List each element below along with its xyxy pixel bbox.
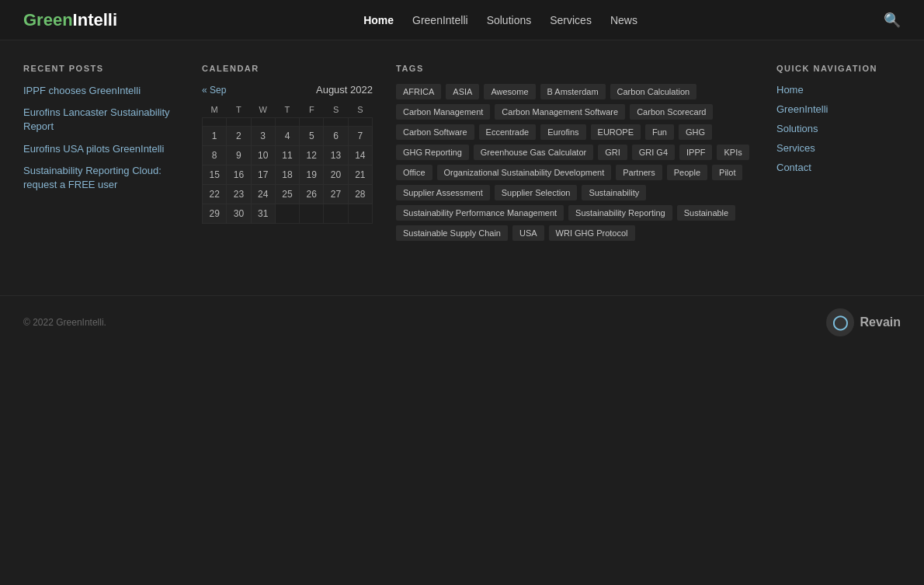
logo[interactable]: GreenIntelli bbox=[23, 10, 117, 30]
tag-item[interactable]: Sustainability bbox=[582, 185, 646, 200]
cal-day-header: M bbox=[203, 102, 227, 118]
calendar-grid: M T W T F S S 12345678910111213141516171… bbox=[202, 102, 373, 224]
cal-day[interactable]: 23 bbox=[227, 185, 251, 204]
nav-greenintelli[interactable]: GreenIntelli bbox=[412, 14, 468, 26]
search-icon[interactable]: 🔍 bbox=[884, 12, 901, 29]
calendar-nav: « Sep August 2022 bbox=[202, 84, 373, 96]
list-item: Eurofins Lancaster Sustainability Report bbox=[23, 106, 179, 134]
tag-item[interactable]: GRI bbox=[598, 145, 627, 160]
cal-day[interactable]: 5 bbox=[300, 127, 324, 146]
tag-item[interactable]: Eccentrade bbox=[479, 124, 537, 140]
recent-post-link[interactable]: Eurofins USA pilots GreenIntelli bbox=[23, 143, 164, 155]
calendar-prev[interactable]: « Sep bbox=[202, 85, 226, 96]
cal-day[interactable]: 12 bbox=[300, 146, 324, 165]
quick-nav-link[interactable]: GreenIntelli bbox=[776, 103, 828, 115]
cal-day[interactable]: 8 bbox=[203, 146, 227, 165]
quick-nav-item: GreenIntelli bbox=[776, 103, 901, 115]
logo-white: Intelli bbox=[73, 10, 117, 30]
tag-item[interactable]: Fun bbox=[645, 124, 674, 140]
tag-item[interactable]: Pilot bbox=[712, 165, 742, 180]
tag-item[interactable]: Partners bbox=[616, 165, 662, 180]
cal-day[interactable]: 21 bbox=[348, 165, 372, 185]
cal-day[interactable]: 9 bbox=[227, 146, 251, 165]
nav-news[interactable]: News bbox=[610, 14, 637, 26]
cal-day[interactable]: 24 bbox=[251, 185, 275, 204]
cal-day[interactable]: 10 bbox=[251, 146, 275, 165]
recent-post-link[interactable]: Sustainability Reporting Cloud: request … bbox=[23, 165, 162, 190]
nav-services[interactable]: Services bbox=[550, 14, 592, 26]
tag-item[interactable]: Sustainable bbox=[677, 205, 736, 221]
logo-green: Green bbox=[23, 10, 73, 30]
recent-post-link[interactable]: Eurofins Lancaster Sustainability Report bbox=[23, 106, 170, 132]
cal-day bbox=[348, 118, 372, 127]
cal-day[interactable]: 2 bbox=[227, 127, 251, 146]
footer-copy: © 2022 GreenIntelli. bbox=[23, 317, 106, 328]
quick-nav-item: Contact bbox=[776, 162, 901, 173]
cal-day[interactable]: 3 bbox=[251, 127, 275, 146]
cal-day[interactable]: 14 bbox=[348, 146, 372, 165]
tag-item[interactable]: Carbon Software bbox=[396, 124, 474, 140]
recent-post-link[interactable]: IPPF chooses GreenIntelli bbox=[23, 85, 141, 96]
tag-item[interactable]: Carbon Calculation bbox=[610, 84, 697, 99]
tag-item[interactable]: Carbon Scorecard bbox=[630, 104, 713, 120]
cal-day bbox=[275, 204, 299, 224]
tag-item[interactable]: Carbon Management bbox=[396, 104, 490, 120]
tag-item[interactable]: USA bbox=[512, 225, 544, 241]
tag-item[interactable]: Sustainability Performance Management bbox=[396, 205, 564, 221]
tag-item[interactable]: ASIA bbox=[446, 84, 479, 99]
cal-day[interactable]: 1 bbox=[203, 127, 227, 146]
recent-posts-list: IPPF chooses GreenIntelli Eurofins Lanca… bbox=[23, 84, 179, 192]
quick-nav-link[interactable]: Solutions bbox=[776, 123, 818, 134]
tag-item[interactable]: GRI G4 bbox=[632, 145, 675, 160]
revain-badge[interactable]: ◯ Revain bbox=[826, 308, 901, 336]
tag-item[interactable]: IPPF bbox=[679, 145, 712, 160]
calendar-month: August 2022 bbox=[316, 84, 373, 96]
tag-item[interactable]: AFRICA bbox=[396, 84, 441, 99]
cal-day[interactable]: 30 bbox=[227, 204, 251, 224]
cal-day[interactable]: 6 bbox=[324, 127, 348, 146]
quick-nav-link[interactable]: Home bbox=[776, 84, 804, 96]
cal-day[interactable]: 31 bbox=[251, 204, 275, 224]
cal-day[interactable]: 11 bbox=[275, 146, 299, 165]
cal-day[interactable]: 17 bbox=[251, 165, 275, 185]
tag-item[interactable]: Carbon Management Software bbox=[495, 104, 625, 120]
tag-item[interactable]: Greenhouse Gas Calculator bbox=[474, 145, 593, 160]
cal-day[interactable]: 29 bbox=[203, 204, 227, 224]
cal-day[interactable]: 18 bbox=[275, 165, 299, 185]
tag-item[interactable]: GHG Reporting bbox=[396, 145, 469, 160]
calendar-section: CALENDAR « Sep August 2022 M T W T F S S bbox=[202, 64, 373, 241]
tag-item[interactable]: GHG bbox=[679, 124, 712, 140]
cal-day[interactable]: 7 bbox=[348, 127, 372, 146]
cal-day[interactable]: 27 bbox=[324, 185, 348, 204]
tag-item[interactable]: Office bbox=[396, 165, 432, 180]
tag-item[interactable]: WRI GHG Protocol bbox=[549, 225, 635, 241]
tag-item[interactable]: Sustainability Reporting bbox=[568, 205, 672, 221]
tag-item[interactable]: People bbox=[667, 165, 707, 180]
tag-item[interactable]: Organizational Sustainability Developmen… bbox=[437, 165, 612, 180]
quick-nav-link[interactable]: Services bbox=[776, 142, 815, 154]
cal-day[interactable]: 20 bbox=[324, 165, 348, 185]
tag-item[interactable]: Supplier Selection bbox=[495, 185, 578, 200]
quick-nav-link[interactable]: Contact bbox=[776, 162, 811, 173]
tag-item[interactable]: KPIs bbox=[717, 145, 749, 160]
tags-title: TAGS bbox=[396, 64, 753, 73]
cal-day[interactable]: 28 bbox=[348, 185, 372, 204]
tag-item[interactable]: Awesome bbox=[484, 84, 535, 99]
cal-day[interactable]: 22 bbox=[203, 185, 227, 204]
recent-posts-section: RECENT POSTS IPPF chooses GreenIntelli E… bbox=[23, 64, 179, 241]
cal-day[interactable]: 15 bbox=[203, 165, 227, 185]
tag-item[interactable]: Eurofins bbox=[540, 124, 585, 140]
nav-solutions[interactable]: Solutions bbox=[487, 14, 532, 26]
tag-item[interactable]: Supplier Assessment bbox=[396, 185, 490, 200]
cal-day[interactable]: 16 bbox=[227, 165, 251, 185]
cal-day[interactable]: 19 bbox=[300, 165, 324, 185]
tag-item[interactable]: EUROPE bbox=[591, 124, 641, 140]
cal-day[interactable]: 26 bbox=[300, 185, 324, 204]
tag-item[interactable]: Sustainable Supply Chain bbox=[396, 225, 508, 241]
cal-day[interactable]: 13 bbox=[324, 146, 348, 165]
cal-day[interactable]: 25 bbox=[275, 185, 299, 204]
site-footer: © 2022 GreenIntelli. ◯ Revain bbox=[0, 295, 924, 349]
tag-item[interactable]: B Amsterdam bbox=[540, 84, 606, 99]
cal-day[interactable]: 4 bbox=[275, 127, 299, 146]
nav-home[interactable]: Home bbox=[363, 14, 394, 26]
